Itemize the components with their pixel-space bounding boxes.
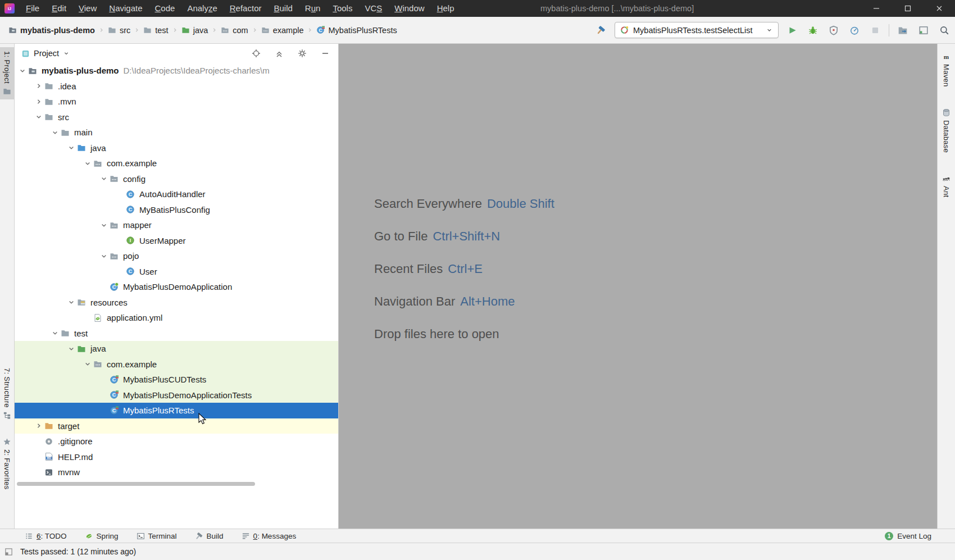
chevron-down-icon[interactable] [66, 344, 77, 354]
tree-item-idea[interactable]: .idea [15, 79, 338, 94]
chevron-down-icon[interactable] [66, 297, 77, 307]
breadcrumb-item-mybatis-plus-demo[interactable]: mybatis-plus-demo [6, 25, 98, 36]
tree-item-config[interactable]: config [15, 171, 338, 187]
coverage-button[interactable] [826, 23, 841, 38]
tree-item-user[interactable]: CUser [15, 264, 338, 280]
tree-item-java[interactable]: java [15, 341, 338, 357]
breadcrumb-label: example [273, 26, 304, 35]
event-log-button[interactable]: 1 Event Log [885, 532, 931, 540]
tool-button-build[interactable]: Build [195, 532, 224, 540]
tool-button-ant[interactable]: Ant [938, 170, 955, 201]
menu-build[interactable]: Build [267, 0, 298, 17]
tool-button-terminal[interactable]: Terminal [137, 532, 177, 540]
tool-button-0-messages[interactable]: 0: Messages [242, 532, 297, 540]
menu-file[interactable]: File [20, 0, 46, 17]
class-icon: C [126, 205, 136, 214]
tool-button-2-favorites[interactable]: 2: Favorites [0, 434, 14, 494]
tool-button-6-todo[interactable]: 6: TODO [25, 532, 67, 540]
breadcrumb-item-com[interactable]: com [218, 25, 251, 36]
tree-item-autoaudithandler[interactable]: CAutoAuditHandler [15, 186, 338, 202]
chevron-right-icon[interactable] [33, 97, 44, 107]
tree-item-com-example[interactable]: com.example [15, 156, 338, 171]
chevron-right-icon[interactable] [33, 421, 44, 431]
tree-item-test[interactable]: test [15, 326, 338, 342]
breadcrumb-label: java [193, 26, 208, 35]
minimize-button[interactable] [861, 0, 892, 17]
tree-item-main[interactable]: main [15, 125, 338, 140]
tool-button-database[interactable]: Database [938, 104, 955, 157]
profiler-button[interactable] [847, 23, 862, 38]
breadcrumb-item-src[interactable]: src [105, 25, 133, 36]
tree-item-mybatisplusdemoapplicationtests[interactable]: CMybatisPlusDemoApplicationTests [15, 388, 338, 403]
project-view-selector[interactable]: Project [21, 49, 70, 58]
tree-item-java[interactable]: java [15, 140, 338, 156]
tree-item-help-md[interactable]: MDHELP.md [15, 449, 338, 465]
chevron-down-icon[interactable] [17, 66, 28, 76]
layout-button[interactable] [916, 23, 931, 38]
gear-button[interactable] [295, 46, 310, 61]
chevron-down-icon[interactable] [33, 112, 44, 122]
chevron-down-icon[interactable] [49, 128, 61, 138]
open-folder-button[interactable] [895, 23, 910, 38]
tool-button-1-project[interactable]: 1: Project [0, 47, 14, 99]
chevron-down-icon[interactable] [49, 328, 61, 338]
chevron-spacer [115, 266, 126, 276]
debug-button[interactable] [806, 23, 820, 38]
tree-item-application-yml[interactable]: application.yml [15, 310, 338, 326]
tool-windows-toggle-icon[interactable] [4, 548, 13, 556]
tree-item-mybatisplusdemoapplication[interactable]: CMybatisPlusDemoApplication [15, 279, 338, 295]
tree-item-mvn[interactable]: .mvn [15, 94, 338, 110]
locate-button[interactable] [249, 46, 263, 61]
tree-item-mapper[interactable]: mapper [15, 217, 338, 233]
menu-tools[interactable]: Tools [326, 0, 358, 17]
play-button[interactable] [785, 23, 799, 38]
menu-view[interactable]: View [72, 0, 103, 17]
tree-item-mybatisplusconfig[interactable]: CMyBatisPlusConfig [15, 202, 338, 218]
breadcrumb-item-mybatisplusrtests[interactable]: CMybatisPlusRTests [313, 25, 399, 36]
chevron-down-icon[interactable] [98, 174, 110, 184]
search-button[interactable] [937, 23, 952, 38]
tree-item-com-example[interactable]: com.example [15, 357, 338, 372]
breadcrumb-item-java[interactable]: java [179, 25, 211, 36]
stop-button[interactable] [868, 23, 883, 38]
menu-analyze[interactable]: Analyze [181, 0, 223, 17]
tree-item-mybatis-plus-demo[interactable]: mybatis-plus-demoD:\IdeaProjects\IdeaPro… [15, 63, 338, 79]
chevron-down-icon[interactable] [66, 143, 77, 153]
build-project-button[interactable] [594, 23, 608, 38]
tree-item-mybatispluscudtests[interactable]: CMybatisPlusCUDTests [15, 372, 338, 388]
tool-button-spring[interactable]: Spring [85, 532, 119, 540]
chevron-down-icon[interactable] [98, 251, 110, 261]
event-log-label: Event Log [897, 532, 931, 540]
chevron-down-icon[interactable] [82, 158, 93, 169]
tool-button-7-structure[interactable]: 7: Structure [0, 364, 14, 424]
chevron-right-icon[interactable] [33, 81, 44, 91]
menu-navigate[interactable]: Navigate [103, 0, 148, 17]
breadcrumb-item-test[interactable]: test [140, 25, 171, 36]
breadcrumb-item-example[interactable]: example [258, 25, 307, 36]
tree-item-src[interactable]: src [15, 110, 338, 125]
tree-item-mvnw[interactable]: mvnw [15, 465, 338, 480]
menu-run[interactable]: Run [299, 0, 327, 17]
chevron-down-icon[interactable] [98, 220, 110, 230]
tree-item-resources[interactable]: resources [15, 295, 338, 311]
menu-code[interactable]: Code [149, 0, 181, 17]
tree-item-mybatisplusrtests[interactable]: CMybatisPlusRTests [15, 403, 338, 418]
menu-window[interactable]: Window [388, 0, 430, 17]
hide-button[interactable] [318, 46, 333, 61]
menu-help[interactable]: Help [431, 0, 461, 17]
tree-item-target[interactable]: target [15, 418, 338, 434]
menu-refactor[interactable]: Refactor [224, 0, 268, 17]
tree-item-usermapper[interactable]: IUserMapper [15, 233, 338, 249]
close-button[interactable] [924, 0, 955, 17]
run-configuration-select[interactable]: MybatisPlusRTests.testSelectList [615, 22, 779, 38]
tree-item-pojo[interactable]: pojo [15, 248, 338, 264]
maximize-button[interactable] [892, 0, 924, 17]
tree-item-gitignore[interactable]: .gitignore [15, 434, 338, 449]
collapse-all-button[interactable] [272, 46, 286, 61]
horizontal-scrollbar-thumb[interactable] [17, 482, 255, 486]
menu-edit[interactable]: Edit [46, 0, 72, 17]
tool-button-maven[interactable]: mMaven [938, 48, 955, 91]
menu-vcs[interactable]: VCS [358, 0, 388, 17]
tool-button-label: Terminal [148, 532, 177, 540]
chevron-down-icon[interactable] [82, 359, 93, 369]
